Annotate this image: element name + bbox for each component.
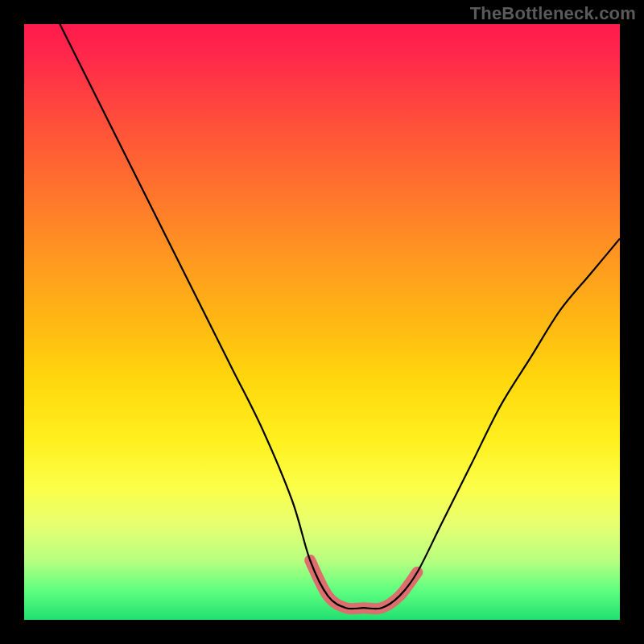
plot-area xyxy=(24,24,620,620)
chart-frame: TheBottleneck.com xyxy=(0,0,644,644)
optimal-range-highlight xyxy=(310,560,417,609)
chart-svg xyxy=(24,24,620,620)
watermark-label: TheBottleneck.com xyxy=(470,3,636,24)
bottleneck-curve xyxy=(60,24,620,609)
